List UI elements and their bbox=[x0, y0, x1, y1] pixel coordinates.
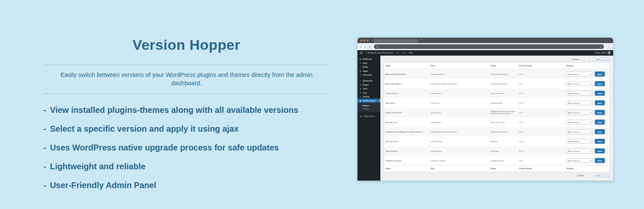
chevron-down-icon: ▾ bbox=[590, 150, 591, 152]
wordpress-logo-icon[interactable]: W bbox=[360, 51, 363, 54]
forward-icon[interactable]: › bbox=[365, 45, 366, 48]
new-content-link[interactable]: + New bbox=[408, 52, 413, 54]
apply-button[interactable]: Apply bbox=[595, 129, 605, 134]
apply-button[interactable]: Apply bbox=[595, 110, 605, 115]
avatar[interactable] bbox=[608, 51, 611, 54]
plugin-author-cell: WordPress Performance Team and Plugin Re… bbox=[489, 108, 517, 117]
bullet-dash: - bbox=[43, 162, 46, 171]
browser-tab[interactable]: ✕ bbox=[374, 39, 419, 43]
next-page-button[interactable]: › bbox=[601, 174, 605, 178]
howdy-admin-link[interactable]: Howdy, admin bbox=[595, 52, 606, 54]
version-select[interactable]: Select Version ▾ bbox=[566, 72, 593, 76]
sidebar-item[interactable]: ♫ Media bbox=[357, 65, 380, 69]
apply-button[interactable]: Apply bbox=[595, 91, 605, 96]
version-select[interactable]: Select Version ▾ bbox=[566, 130, 593, 134]
chevron-down-icon: ▾ bbox=[590, 92, 591, 94]
prev-page-button[interactable]: ‹ bbox=[590, 174, 594, 178]
version-select[interactable]: Select Version ▾ bbox=[566, 101, 593, 105]
plugin-author-cell: Saturday Drive bbox=[489, 98, 517, 108]
apply-button[interactable]: Apply bbox=[595, 120, 605, 125]
column-header: Versions bbox=[564, 63, 609, 69]
browser-titlebar: ✕ + bbox=[357, 38, 613, 43]
apply-button[interactable]: Apply bbox=[595, 148, 605, 153]
hero-section: Version Hopper Easily switch between ver… bbox=[38, 37, 335, 199]
address-bar[interactable]: ☆ bbox=[374, 44, 604, 49]
last-page-button[interactable]: » bbox=[606, 174, 610, 178]
apply-button[interactable]: Apply bbox=[595, 100, 605, 105]
submenu-item[interactable]: Plugins bbox=[357, 104, 380, 107]
apply-button[interactable]: Apply bbox=[595, 81, 605, 86]
feature-text: View installed plugins-themes along with… bbox=[50, 105, 298, 115]
version-select-label: Select Version bbox=[568, 92, 579, 94]
table-row: W3 Total Cache w3-total-cache BoldGrid 2… bbox=[384, 137, 610, 146]
version-select-label: Select Version bbox=[568, 73, 579, 75]
submenu-item-label: Themes bbox=[363, 108, 370, 110]
version-select[interactable]: Select Version ▾ bbox=[566, 158, 593, 163]
version-select[interactable]: Select Version ▾ bbox=[566, 139, 593, 144]
collapse-menu-button[interactable]: ◀ Collapse Menu bbox=[357, 114, 380, 118]
reload-icon[interactable]: ↻ bbox=[369, 46, 371, 48]
sidebar-item[interactable]: ✦ Appearance bbox=[357, 79, 380, 83]
version-select-label: Select Version bbox=[568, 140, 579, 143]
sidebar-item[interactable]: ⊕ Plugins bbox=[357, 83, 380, 87]
sidebar-item-label: Dashboard bbox=[363, 58, 372, 60]
last-page-button[interactable]: » bbox=[606, 58, 610, 61]
plugin-actions-cell: Select Version ▾ Apply bbox=[564, 127, 609, 137]
version-select-label: Select Version bbox=[568, 83, 579, 85]
next-page-button[interactable]: › bbox=[601, 58, 605, 61]
table-row: Ninja Forms ninja-forms Saturday Drive 3… bbox=[384, 98, 610, 108]
comments-bubble-icon: ● bbox=[402, 52, 403, 54]
version-select[interactable]: Select Version ▾ bbox=[566, 120, 593, 125]
sidebar-item[interactable]: ⚒ Tools bbox=[357, 91, 380, 95]
plugin-version-cell: 1.6.0 bbox=[517, 108, 565, 117]
bookmark-star-icon[interactable]: ☆ bbox=[600, 46, 602, 48]
sidebar-item[interactable]: ◉ Version Hopper bbox=[357, 99, 380, 103]
maximize-window-icon[interactable] bbox=[367, 40, 368, 41]
plugin-actions-cell: Select Version ▾ Apply bbox=[564, 79, 609, 89]
sidebar-item[interactable]: ☻ Users bbox=[357, 87, 380, 91]
comments-link[interactable]: ● 0 bbox=[402, 52, 405, 54]
first-page-button[interactable]: « bbox=[585, 174, 589, 178]
column-footer: Versions bbox=[564, 166, 609, 172]
close-window-icon[interactable] bbox=[360, 40, 362, 41]
version-select[interactable]: Select Version ▾ bbox=[566, 82, 593, 86]
chevron-down-icon: ▾ bbox=[590, 121, 591, 123]
plugins-icon: ⊕ bbox=[360, 84, 362, 86]
version-select[interactable]: Select Version ▾ bbox=[566, 149, 593, 153]
column-header: Current Version bbox=[517, 63, 565, 69]
tab-close-icon[interactable]: ✕ bbox=[415, 40, 417, 42]
sidebar-item[interactable]: ▦ Dashboard bbox=[357, 57, 380, 61]
plugin-author-cell: Automattic bbox=[489, 146, 517, 156]
collapse-menu-icon: ◀ bbox=[360, 115, 362, 117]
updates-link[interactable]: ↻ 1 bbox=[396, 52, 399, 54]
prev-page-button[interactable]: ‹ bbox=[585, 58, 589, 61]
sidebar-item[interactable]: ● Comments bbox=[357, 73, 380, 77]
plugin-author-cell: Softaculous Team bbox=[489, 117, 517, 127]
apply-button[interactable]: Apply bbox=[595, 71, 605, 76]
version-hopper-submenu: Plugins Themes bbox=[357, 103, 380, 112]
version-select-label: Select Version bbox=[568, 131, 579, 133]
traffic-lights bbox=[360, 38, 368, 43]
sidebar-item[interactable]: ⚙ Settings bbox=[357, 95, 380, 99]
apply-button[interactable]: Apply bbox=[595, 158, 605, 163]
tagline: Easily switch between versions of your W… bbox=[52, 71, 321, 87]
browser-menu-icon[interactable]: ⋮ bbox=[607, 45, 611, 48]
apply-button[interactable]: Apply bbox=[595, 139, 605, 144]
sidebar-item-label: Users bbox=[363, 88, 368, 90]
version-select[interactable]: Select Version ▾ bbox=[566, 110, 593, 115]
minimize-window-icon[interactable] bbox=[364, 40, 365, 41]
site-name-link[interactable]: ⌂ Wordpress Local Development bbox=[365, 52, 393, 54]
plugin-author-cell: Sajjad Hossain Sagor bbox=[489, 127, 517, 137]
first-page-button[interactable]: « bbox=[580, 58, 584, 61]
back-icon[interactable]: ‹ bbox=[360, 45, 362, 48]
sidebar-item-label: Appearance bbox=[363, 80, 373, 82]
new-tab-icon[interactable]: + bbox=[421, 38, 423, 42]
sidebar-item[interactable]: ▤ Pages bbox=[357, 69, 380, 73]
plugin-author-cell: BoldGrid bbox=[489, 137, 517, 146]
column-footer: Slug bbox=[429, 166, 489, 172]
plugin-author-cell: Rock Lobster Inc. bbox=[489, 89, 517, 98]
version-select[interactable]: Select Version ▾ bbox=[566, 91, 593, 96]
sidebar-item[interactable]: ✎ Posts bbox=[357, 61, 380, 65]
current-page-input[interactable] bbox=[590, 58, 596, 61]
submenu-item[interactable]: Themes bbox=[357, 107, 380, 111]
